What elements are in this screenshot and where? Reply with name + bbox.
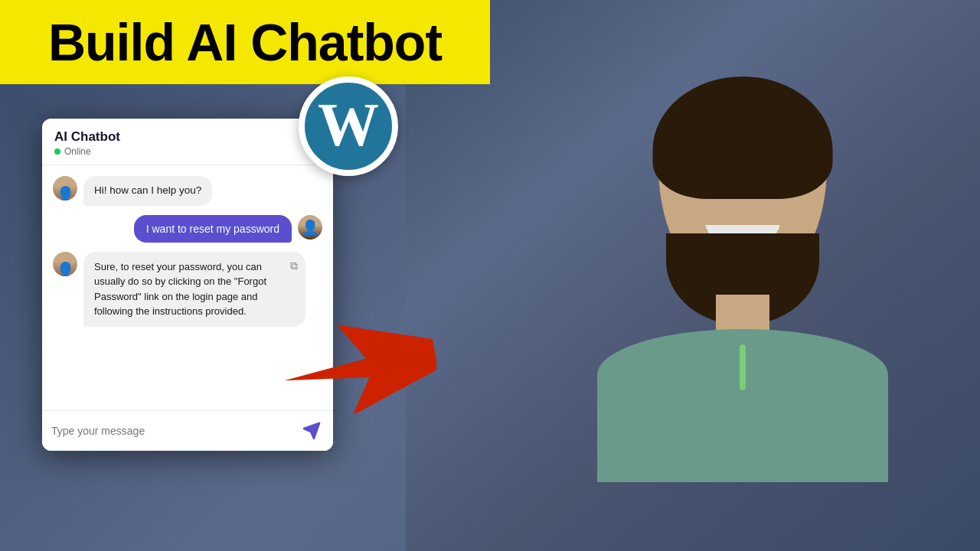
bot-response-text: Sure, to reset your password, you can us… — [94, 261, 266, 318]
wp-letter: W — [318, 94, 379, 155]
face-container — [582, 61, 903, 482]
user-bubble: I want to reset my password — [134, 215, 292, 243]
bot-message-row-1: Hi! how can I help you? — [53, 176, 322, 206]
status-text: Online — [64, 146, 91, 157]
message-input[interactable] — [51, 420, 293, 442]
title-text: Build AI Chatbot — [48, 12, 442, 72]
bot-text-1: Hi! how can I help you? — [94, 184, 201, 196]
hoodie-string — [740, 344, 746, 390]
chatbot-title: AI Chatbot — [54, 129, 321, 145]
user-text: I want to reset my password — [146, 223, 279, 235]
red-arrow — [283, 321, 436, 413]
user-avatar-icon: 👤 — [302, 219, 318, 236]
bot-avatar-2 — [53, 252, 77, 276]
hair — [653, 77, 833, 199]
bot-bubble-1: Hi! how can I help you? — [83, 176, 212, 206]
person-photo — [406, 0, 980, 551]
bot-avatar-1 — [53, 176, 77, 201]
user-avatar: 👤 — [298, 215, 322, 240]
wordpress-logo: W — [299, 77, 398, 176]
wp-circle: W — [299, 77, 398, 176]
send-button[interactable] — [299, 419, 324, 443]
upper-lip — [701, 210, 785, 225]
copy-icon[interactable]: ⧉ — [290, 258, 298, 274]
user-message-row: I want to reset my password 👤 — [53, 215, 322, 243]
bot-response-row: ⧉ Sure, to reset your password, you can … — [53, 252, 322, 327]
chatbot-header: AI Chatbot Online — [42, 119, 333, 165]
svg-marker-0 — [283, 321, 436, 413]
shirt — [597, 329, 888, 482]
title-banner: Build AI Chatbot — [0, 0, 490, 84]
bot-response-bubble: ⧉ Sure, to reset your password, you can … — [83, 252, 305, 327]
status-dot — [54, 148, 60, 155]
chat-input-area — [42, 410, 333, 451]
send-icon — [302, 422, 321, 440]
chatbot-status: Online — [54, 146, 321, 157]
